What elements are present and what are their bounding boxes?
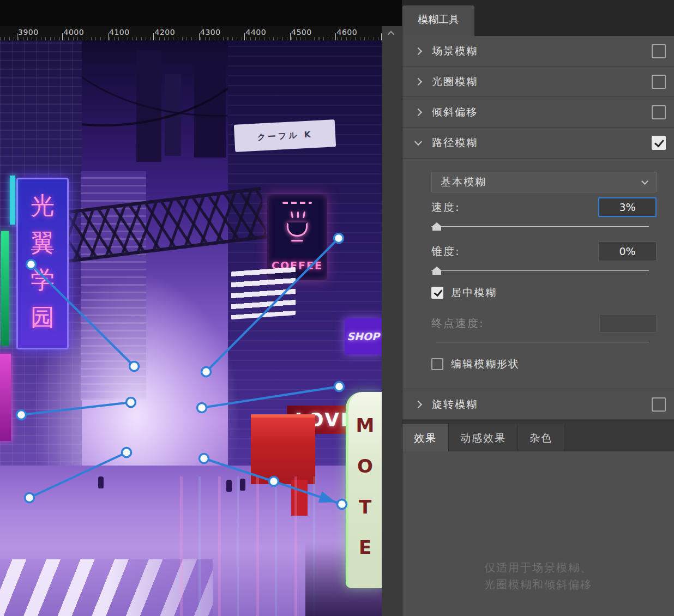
spin-blur-checkbox[interactable]	[652, 397, 666, 412]
end-speed-label: 终点速度:	[431, 316, 599, 331]
slider-thumb[interactable]	[432, 267, 441, 275]
path-blur-options: 基本模糊 速度: 3% 锥度: 0%	[402, 159, 674, 389]
document-canvas[interactable]: クーフル K COFFEE SHOP 光翼学园 LOVE	[0, 40, 382, 616]
tab-motion-effects[interactable]: 动感效果	[449, 424, 518, 451]
path-blur-checkbox[interactable]	[652, 136, 666, 150]
end-speed-input	[599, 314, 657, 333]
section-label: 旋转模糊	[432, 397, 652, 412]
section-tilt-shift[interactable]: 倾斜偏移	[402, 97, 674, 128]
end-speed-row: 终点速度:	[431, 314, 657, 333]
panel-tabbar: 模糊工具	[402, 0, 674, 36]
speed-label: 速度:	[431, 200, 598, 215]
slider-track[interactable]	[431, 270, 649, 271]
section-label: 路径模糊	[432, 136, 652, 150]
tilt-shift-checkbox[interactable]	[652, 105, 666, 119]
centered-blur-row[interactable]: 居中模糊	[431, 286, 657, 300]
chevron-up-icon[interactable]	[388, 31, 395, 38]
edit-shapes-row[interactable]: 编辑模糊形状	[431, 357, 657, 371]
ruler-corner	[382, 26, 402, 40]
field-blur-checkbox[interactable]	[652, 44, 666, 58]
effects-panel-body: 仅适用于场景模糊、 光圈模糊和倾斜偏移	[402, 451, 674, 616]
section-label: 倾斜偏移	[432, 105, 652, 119]
canvas-topbar	[0, 0, 402, 26]
end-speed-slider	[436, 337, 649, 347]
speed-slider[interactable]	[431, 222, 649, 232]
hint-text-line2: 光圈模糊和倾斜偏移	[484, 576, 592, 593]
taper-row: 锥度: 0%	[431, 241, 657, 261]
blur-tools-panel: 模糊工具 场景模糊 光圈模糊 倾斜偏移 路径模糊	[402, 0, 674, 616]
chevron-down-icon[interactable]	[414, 138, 422, 146]
effects-tabstrip: 效果 动感效果 杂色	[402, 420, 674, 451]
tab-blur-tools[interactable]: 模糊工具	[402, 5, 474, 36]
section-field-blur[interactable]: 场景模糊	[402, 36, 674, 67]
centered-blur-checkbox[interactable]	[431, 287, 443, 299]
ruler-ticks	[0, 26, 382, 40]
taper-label: 锥度:	[431, 244, 598, 259]
section-path-blur[interactable]: 路径模糊	[402, 128, 674, 159]
hint-text-line1: 仅适用于场景模糊、	[484, 559, 592, 576]
iris-blur-checkbox[interactable]	[652, 75, 666, 89]
ruler: 39004000410042004300440045004600	[0, 26, 382, 40]
tab-effects[interactable]: 效果	[402, 424, 449, 451]
blur-gallery-window: 39004000410042004300440045004600 クーフル K	[0, 0, 674, 616]
chevron-right-icon[interactable]	[414, 77, 422, 85]
speed-input[interactable]: 3%	[598, 197, 657, 217]
speed-row: 速度: 3%	[431, 197, 657, 217]
taper-slider[interactable]	[431, 266, 649, 276]
chevron-down-icon	[641, 178, 648, 185]
ruler-row: 39004000410042004300440045004600	[0, 26, 402, 40]
section-label: 光圈模糊	[432, 75, 652, 89]
chevron-right-icon[interactable]	[414, 400, 422, 408]
blur-type-value: 基本模糊	[441, 175, 642, 189]
section-iris-blur[interactable]: 光圈模糊	[402, 67, 674, 97]
blur-type-dropdown[interactable]: 基本模糊	[431, 172, 657, 192]
slider-thumb[interactable]	[432, 222, 441, 231]
edit-shapes-checkbox[interactable]	[431, 358, 443, 370]
section-label: 场景模糊	[432, 44, 652, 58]
section-spin-blur[interactable]: 旋转模糊	[402, 389, 674, 420]
panel-main: 场景模糊 光圈模糊 倾斜偏移 路径模糊 基本模糊	[402, 36, 674, 616]
tab-noise[interactable]: 杂色	[518, 424, 564, 451]
slider-track[interactable]	[431, 226, 649, 227]
chevron-right-icon[interactable]	[414, 108, 422, 116]
edit-shapes-label: 编辑模糊形状	[451, 357, 520, 371]
blur-paths-overlay[interactable]	[0, 40, 382, 616]
chevron-right-icon[interactable]	[414, 47, 422, 55]
slider-track	[436, 342, 649, 342]
taper-input[interactable]: 0%	[598, 241, 657, 261]
centered-blur-label: 居中模糊	[451, 286, 497, 300]
canvas-area: 39004000410042004300440045004600 クーフル K	[0, 0, 402, 616]
